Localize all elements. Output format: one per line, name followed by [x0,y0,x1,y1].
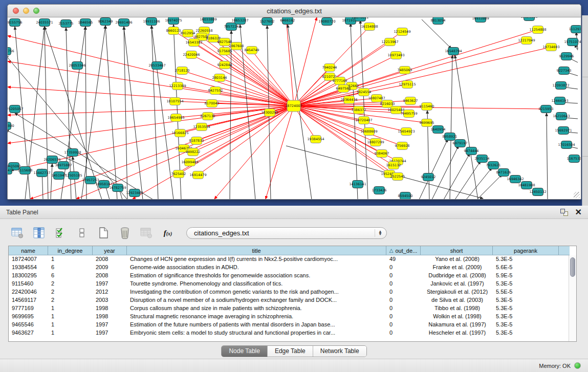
graph-node[interactable]: 14136141 [349,181,366,188]
window-resize-grip[interactable] [574,192,580,198]
column-header-out_degree[interactable]: △out_de... [386,246,421,255]
graph-node-selected[interactable]: 16154808 [361,23,378,31]
tab-node-table[interactable]: Node Table [222,346,268,357]
zoom-window-button[interactable] [33,8,39,14]
table-cell-title[interactable]: Changes of HCN gene expression and I(f) … [127,255,386,264]
selected-edge[interactable] [8,61,294,106]
graph-node-selected[interactable]: 1615132 [386,162,401,169]
table-cell-name[interactable]: 9699695 [9,313,48,321]
table-cell-name[interactable]: 18300295 [9,272,48,280]
selected-edge[interactable] [8,106,294,115]
graph-node[interactable]: 7932621 [486,162,501,169]
graph-node[interactable]: 16946342 [507,176,524,183]
graph-node-selected[interactable]: 11254808 [529,26,546,34]
graph-node[interactable]: 16210643 [553,113,570,120]
table-cell-in_degree[interactable]: 2 [48,296,93,304]
column-header-name[interactable]: name [9,246,48,255]
table-cell-in_degree[interactable]: 6 [48,272,93,280]
table-cell-title[interactable]: Estimation of significance thresholds fo… [127,272,386,280]
table-cell-year[interactable]: 1997 [93,321,127,329]
table-cell-name[interactable]: 14569117 [9,296,48,304]
graph-node[interactable]: 15751074 [564,38,581,46]
float-panel-icon[interactable] [560,209,568,216]
graph-node-selected[interactable]: 9242844 [217,61,232,69]
table-cell-out_degree[interactable]: 0 [386,296,421,304]
table-row[interactable]: 946554611997Estimation of the future num… [9,321,570,329]
table-cell-title[interactable]: Tourette syndrome. Phenomenology and cla… [127,280,386,288]
graph-node-selected[interactable]: 9699695 [420,119,434,127]
table-cell-short[interactable]: Stergiakouli et al. (2012) [421,288,493,296]
table-cell-title[interactable]: Embryonic stem cells: a model to study s… [127,329,386,337]
graph-node-selected[interactable]: 7485063 [398,67,412,74]
window-titlebar[interactable]: citations_edges.txt [8,5,581,17]
tab-edge-table[interactable]: Edge Table [268,346,313,357]
table-cell-name[interactable]: 9465546 [9,321,48,329]
graph-node[interactable]: 24035571 [36,19,53,27]
table-cell-year[interactable]: 1997 [93,280,127,288]
table-cell-in_degree[interactable]: 1 [48,321,93,329]
column-header-year[interactable]: year [93,246,127,255]
table-row[interactable]: 1456911722003Disruption of a novel membe… [9,296,570,304]
graph-node-selected[interactable]: 8660123 [166,27,181,35]
column-settings-button[interactable] [10,226,25,239]
graph-node-selected[interactable]: 8427552 [208,87,223,95]
graph-node[interactable]: 9129946 [559,53,574,60]
graph-node-selected[interactable]: 16914479 [189,171,206,179]
graph-node-selected[interactable]: 6497568 [336,85,351,93]
table-cell-year[interactable]: 2003 [93,296,127,304]
graph-node[interactable]: 17016504 [558,141,575,149]
table-cell-short[interactable]: de Silva et al. (2003) [421,296,493,304]
graph-node[interactable]: 16548794 [445,48,462,55]
table-cell-name[interactable]: 19384554 [9,264,48,272]
column-header-short[interactable]: short [421,246,493,255]
graph-node[interactable]: 1115688 [18,167,33,174]
table-cell-in_degree[interactable]: 1 [48,255,93,264]
graph-node[interactable]: 2153775 [59,20,74,28]
table-cell-short[interactable]: Dudbridge et al. (2008) [421,272,493,280]
graph-node-selected[interactable]: 15654923 [398,128,415,136]
graph-node[interactable]: 1733426 [372,187,387,194]
graph-node-selected[interactable]: 9384067 [375,150,389,158]
table-cell-short[interactable]: Tibbo et al. (1998) [421,304,493,313]
table-cell-year[interactable]: 2012 [93,288,127,296]
graph-node[interactable]: 13442737 [33,169,50,177]
graph-node-selected[interactable]: 12213967 [381,38,398,46]
graph-node-selected[interactable]: 12975115 [399,81,416,89]
table-row[interactable]: 1938455462009Genome-wide association stu… [9,264,570,272]
table-cell-out_degree[interactable]: 0 [386,321,421,329]
graph-node[interactable]: 12093872 [552,82,569,90]
scrollbar-thumb[interactable] [570,257,575,277]
selected-edge[interactable] [8,106,294,143]
graph-node-selected[interactable]: 9115460 [420,103,434,111]
table-cell-name[interactable]: 18724007 [9,255,48,264]
table-cell-short[interactable]: Hescheler et al. (1997) [421,329,493,337]
table-cell-in_degree[interactable]: 2 [48,288,93,296]
graph-node[interactable]: 8813054 [431,17,446,25]
network-canvas[interactable]: 9155756240355712153775184656590623492069… [8,17,581,199]
table-cell-name[interactable]: 22420046 [9,288,48,296]
table-cell-in_degree[interactable]: 1 [48,329,93,337]
graph-edge[interactable] [15,113,153,199]
graph-node[interactable]: 20553756 [8,48,14,55]
graph-node[interactable]: 1640954 [431,126,446,134]
table-cell-out_degree[interactable]: 0 [386,288,421,296]
graph-node-selected[interactable]: 16099489 [181,159,198,166]
graph-node-selected[interactable]: 2522545 [390,173,405,181]
graph-node[interactable]: 16933809 [472,17,489,23]
graph-node[interactable]: 12505185 [65,172,82,180]
graph-node-selected[interactable]: 8267130 [201,113,215,120]
table-row[interactable]: 969969511998Structural magnetic resonanc… [9,313,570,321]
table-row[interactable]: 911546021997Tourette syndrome. Phenomeno… [9,280,570,288]
table-cell-year[interactable]: 1998 [93,313,127,321]
column-header-in_degree[interactable]: in_degree [48,246,93,255]
table-cell-title[interactable]: Structural magnetic resonance image aver… [127,313,386,321]
table-cell-title[interactable]: Estimation of the future numbers of pati… [127,321,386,329]
table-cell-title[interactable]: Disruption of a novel member of a sodium… [127,296,386,304]
graph-node[interactable]: 8471626 [496,169,511,177]
select-column-button[interactable] [32,226,46,239]
graph-node-selected[interactable]: 2718120 [175,67,190,75]
table-cell-short[interactable]: Yano et al. (2008) [421,255,493,264]
graph-node[interactable]: 6979197 [453,140,468,147]
table-cell-year[interactable]: 2009 [93,264,127,272]
table-cell-pagerank[interactable]: 5.5E-5 [493,288,559,296]
